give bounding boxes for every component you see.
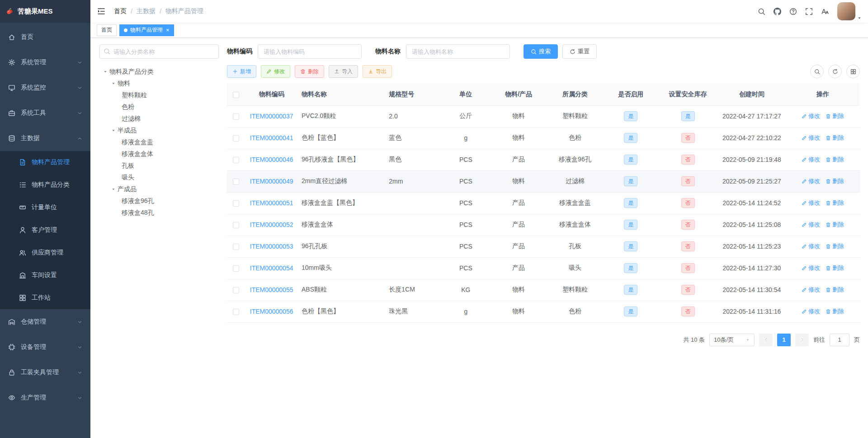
toggle-search-button[interactable] bbox=[810, 65, 824, 78]
breadcrumb-item[interactable]: 主数据 bbox=[137, 7, 156, 15]
select-all-checkbox[interactable] bbox=[233, 92, 239, 98]
refresh-table-button[interactable] bbox=[828, 65, 842, 78]
search-button[interactable]: 搜索 bbox=[524, 44, 558, 59]
row-edit-link[interactable]: 修改 bbox=[802, 307, 820, 316]
sidebar-item[interactable]: 系统监控 bbox=[0, 75, 90, 100]
row-checkbox[interactable] bbox=[233, 287, 239, 293]
row-edit-link[interactable]: 修改 bbox=[802, 155, 820, 164]
sidebar-subitem[interactable]: 供应商管理 bbox=[0, 241, 90, 264]
prev-page-button[interactable] bbox=[759, 334, 773, 346]
page-size-select[interactable]: 10条/页 bbox=[709, 334, 755, 346]
sidebar-subitem[interactable]: 物料产品分类 bbox=[0, 174, 90, 196]
row-delete-link[interactable]: 删除 bbox=[826, 242, 844, 250]
export-button[interactable]: 导出 bbox=[363, 65, 392, 78]
row-checkbox[interactable] bbox=[233, 200, 239, 207]
row-delete-link[interactable]: 删除 bbox=[826, 286, 844, 294]
tree-node[interactable]: 色粉 bbox=[99, 101, 219, 113]
tree-node[interactable]: 物料及产品分类 bbox=[99, 66, 219, 78]
search-icon[interactable] bbox=[754, 8, 769, 15]
row-checkbox[interactable] bbox=[233, 179, 239, 185]
material-code-link[interactable]: ITEM00000055 bbox=[250, 286, 293, 293]
sidebar-subitem[interactable]: 物料产品管理 bbox=[0, 151, 90, 174]
tree-node[interactable]: 移液盒盒盖 bbox=[99, 137, 219, 148]
material-code-link[interactable]: ITEM00000056 bbox=[250, 308, 293, 315]
sidebar-item[interactable]: 设备管理 bbox=[0, 334, 90, 360]
tree-node[interactable]: 物料 bbox=[99, 78, 219, 89]
delete-button[interactable]: 删除 bbox=[295, 65, 324, 78]
row-checkbox[interactable] bbox=[233, 244, 239, 250]
tree-node[interactable]: 吸头 bbox=[99, 172, 219, 184]
material-code-link[interactable]: ITEM00000052 bbox=[250, 221, 293, 228]
row-edit-link[interactable]: 修改 bbox=[802, 199, 820, 207]
tree-node[interactable]: 孔板 bbox=[99, 160, 219, 172]
tab-close-icon[interactable]: × bbox=[166, 27, 170, 33]
material-code-link[interactable]: ITEM00000051 bbox=[250, 199, 293, 207]
breadcrumb-item[interactable]: 首页 bbox=[114, 7, 127, 15]
reset-button[interactable]: 重置 bbox=[562, 44, 597, 59]
row-edit-link[interactable]: 修改 bbox=[802, 112, 820, 120]
fullscreen-icon[interactable] bbox=[801, 8, 817, 15]
material-code-link[interactable]: ITEM00000046 bbox=[250, 156, 293, 163]
material-code-link[interactable]: ITEM00000054 bbox=[250, 264, 293, 272]
edit-button[interactable]: 修改 bbox=[261, 65, 290, 78]
row-delete-link[interactable]: 删除 bbox=[826, 177, 844, 185]
tree-node[interactable]: 塑料颗粒 bbox=[99, 89, 219, 101]
tab-item[interactable]: 首页 bbox=[97, 24, 117, 36]
row-edit-link[interactable]: 修改 bbox=[802, 134, 820, 142]
row-delete-link[interactable]: 删除 bbox=[826, 307, 844, 316]
sidebar-subitem[interactable]: 计量单位 bbox=[0, 196, 90, 219]
goto-page-input[interactable] bbox=[830, 334, 849, 346]
import-button[interactable]: 导入 bbox=[329, 65, 358, 78]
question-icon[interactable] bbox=[785, 8, 801, 15]
sidebar-item[interactable]: 系统管理 bbox=[0, 50, 90, 75]
page-1-button[interactable]: 1 bbox=[777, 334, 791, 346]
app-logo[interactable]: 苦糖果MES bbox=[0, 0, 90, 23]
row-edit-link[interactable]: 修改 bbox=[802, 177, 820, 185]
tree-node[interactable]: 产成品 bbox=[99, 184, 219, 195]
row-checkbox[interactable] bbox=[233, 113, 239, 120]
row-delete-link[interactable]: 删除 bbox=[826, 155, 844, 164]
sidebar-subitem[interactable]: 工作站 bbox=[0, 287, 90, 309]
material-code-link[interactable]: ITEM00000053 bbox=[250, 243, 293, 250]
row-checkbox[interactable] bbox=[233, 309, 239, 315]
sidebar-item[interactable]: 首页 bbox=[0, 24, 90, 50]
name-filter-input[interactable] bbox=[406, 44, 510, 59]
tab-item[interactable]: 物料产品管理× bbox=[119, 24, 174, 36]
breadcrumb-item[interactable]: 物料产品管理 bbox=[165, 7, 203, 15]
row-delete-link[interactable]: 删除 bbox=[826, 134, 844, 142]
row-delete-link[interactable]: 删除 bbox=[826, 221, 844, 229]
row-checkbox[interactable] bbox=[233, 135, 239, 141]
code-filter-input[interactable] bbox=[258, 44, 362, 59]
column-settings-button[interactable] bbox=[846, 65, 860, 78]
sidebar-item[interactable]: 生产管理 bbox=[0, 385, 90, 410]
material-code-link[interactable]: ITEM00000049 bbox=[250, 178, 293, 185]
tree-node[interactable]: 过滤棉 bbox=[99, 113, 219, 125]
github-icon[interactable] bbox=[769, 8, 785, 15]
tree-node[interactable]: 移液盒48孔 bbox=[99, 207, 219, 219]
row-delete-link[interactable]: 删除 bbox=[826, 199, 844, 207]
row-checkbox[interactable] bbox=[233, 222, 239, 228]
row-edit-link[interactable]: 修改 bbox=[802, 242, 820, 250]
row-edit-link[interactable]: 修改 bbox=[802, 221, 820, 229]
sidebar-item[interactable]: 主数据 bbox=[0, 126, 90, 151]
next-page-button[interactable] bbox=[795, 334, 809, 346]
sidebar-item[interactable]: 系统工具 bbox=[0, 100, 90, 126]
sidebar-subitem[interactable]: 客户管理 bbox=[0, 219, 90, 241]
tree-node[interactable]: 半成品 bbox=[99, 125, 219, 137]
row-delete-link[interactable]: 删除 bbox=[826, 112, 844, 120]
row-checkbox[interactable] bbox=[233, 265, 239, 272]
row-edit-link[interactable]: 修改 bbox=[802, 264, 820, 272]
row-delete-link[interactable]: 删除 bbox=[826, 264, 844, 272]
sidebar-item[interactable]: 工装夹具管理 bbox=[0, 360, 90, 385]
sidebar-subitem[interactable]: 车间设置 bbox=[0, 264, 90, 287]
row-edit-link[interactable]: 修改 bbox=[802, 286, 820, 294]
material-code-link[interactable]: ITEM00000041 bbox=[250, 134, 293, 141]
material-code-link[interactable]: ITEM00000037 bbox=[250, 113, 293, 120]
tree-node[interactable]: 移液盒96孔 bbox=[99, 195, 219, 207]
tree-node[interactable]: 移液盒盒体 bbox=[99, 148, 219, 160]
sidebar-item[interactable]: 仓储管理 bbox=[0, 309, 90, 334]
row-checkbox[interactable] bbox=[233, 157, 239, 163]
font-size-icon[interactable] bbox=[817, 8, 833, 15]
category-search-input[interactable] bbox=[99, 44, 219, 59]
add-button[interactable]: 新增 bbox=[227, 65, 256, 78]
